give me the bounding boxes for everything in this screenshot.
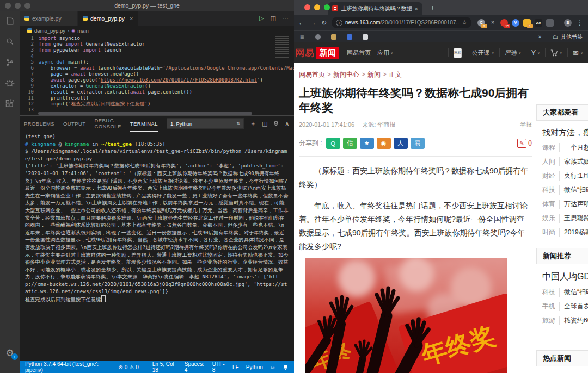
extension-icon[interactable]: C2 <box>477 19 485 27</box>
indentation-status[interactable]: Spaces: 4 <box>185 361 205 373</box>
minimize-window-button[interactable] <box>15 3 21 9</box>
editor-tab[interactable]: example.py <box>20 11 78 26</box>
sidebar-item-link[interactable]: 三个月想上名校 <box>559 143 588 152</box>
share-qq-icon[interactable]: Q <box>326 138 340 149</box>
nav-pay[interactable]: ¥∨ <box>526 48 545 57</box>
other-bookmarks-folder[interactable]: 🗀其他书签 <box>553 33 583 41</box>
bookmark-item[interactable] <box>363 34 371 40</box>
sidebar-item[interactable]: 人间家族式贩毒的命 <box>542 157 588 166</box>
feedback-smiley-icon[interactable]: ☺ <box>270 364 275 370</box>
share-weibo-icon[interactable]: ◉ <box>377 138 391 149</box>
chrome-window-controls[interactable] <box>304 4 330 10</box>
window-controls[interactable] <box>5 3 30 9</box>
problems-status[interactable]: ⊗ 0 ⚠ 0 <box>118 364 138 370</box>
close-window-button[interactable] <box>5 3 11 9</box>
netease-logo[interactable]: 网易 新闻 <box>294 47 339 59</box>
sidebar-item[interactable]: 手机全球首发865！ <box>542 302 588 311</box>
python-interpreter-status[interactable]: Python 3.7.4 64-bit ('test_gne': pipenv) <box>25 361 112 373</box>
panel-tab-problems[interactable]: PROBLEMS <box>24 116 54 131</box>
language-mode-status[interactable]: Python <box>246 361 263 373</box>
horizontal-scrollbar[interactable] <box>38 112 252 115</box>
minimap[interactable] <box>275 36 289 59</box>
extension-icon[interactable]: V <box>512 19 519 27</box>
close-tab-icon[interactable]: × <box>130 15 133 22</box>
kill-terminal-icon[interactable] <box>273 120 279 127</box>
bookmark-item[interactable]: ▦ <box>299 34 308 40</box>
sidebar-item[interactable]: 科技微信“扫码支付” <box>542 185 588 195</box>
sidebar-item[interactable]: 科技微信“扫码支付” <box>542 288 588 297</box>
sidebar-headline[interactable]: 中国人均GDP将迈 <box>542 271 588 283</box>
back-icon[interactable]: ← <box>298 19 305 27</box>
extension-icon[interactable] <box>546 19 554 27</box>
close-window-button[interactable] <box>304 4 310 10</box>
breadcrumb-link[interactable]: 新闻 <box>367 71 381 78</box>
forward-icon[interactable]: → <box>310 19 316 27</box>
new-tab-button[interactable]: ＋ <box>429 3 436 13</box>
extension-icon[interactable]: 15 <box>500 19 508 27</box>
chrome-menu-icon[interactable]: ⋮ <box>577 19 584 27</box>
bookmarks-overflow-icon[interactable]: » <box>538 34 541 40</box>
eol-status[interactable]: LF <box>232 361 239 373</box>
terminal[interactable]: (test_gne)# kingname @ kingname in ~/tes… <box>20 131 294 361</box>
source-control-icon[interactable] <box>4 57 16 69</box>
run-python-icon[interactable]: ▷ <box>259 15 264 22</box>
sidebar-item-link[interactable]: 耗资约60亿元的 <box>559 316 588 325</box>
bookmark-item[interactable] <box>347 34 355 40</box>
address-bar[interactable]: i news.163.com/20/0101/17/F1QS286R000187… <box>332 17 471 28</box>
extension-icon[interactable]: ✕ <box>489 19 497 27</box>
sidebar-item-link[interactable]: 央行:1月6日下调 <box>559 171 588 181</box>
panel-tab-debug-console[interactable]: DEBUG CONSOLE <box>94 116 121 131</box>
maximize-panel-icon[interactable]: ∧ <box>285 120 289 127</box>
bookmark-item[interactable] <box>315 34 323 40</box>
nav-mail[interactable]: ✉∨ <box>567 48 588 57</box>
split-editor-icon[interactable]: ◫ <box>271 15 276 22</box>
bookmark-star-icon[interactable]: ☆ <box>462 19 467 26</box>
minimize-window-button[interactable] <box>314 4 320 10</box>
sidebar-item[interactable]: 财经央行:1月6日下调 <box>542 171 588 181</box>
notifications-bell-icon[interactable] <box>283 364 289 370</box>
url-text[interactable]: news.163.com/20/0101/17/F1QS286R000187..… <box>345 20 459 26</box>
browser-tab[interactable]: 上班族你期待年终奖吗？数据称 × <box>328 2 422 15</box>
share-yixin-icon[interactable]: 易 <box>411 138 425 149</box>
explorer-icon[interactable] <box>4 15 16 27</box>
nav-cart[interactable]: ∨ <box>545 48 567 57</box>
extensions-icon[interactable] <box>4 98 16 110</box>
share-renren-icon[interactable]: 人 <box>394 138 408 149</box>
extension-icon[interactable]: 2.0 <box>535 19 542 27</box>
panel-tab-terminal[interactable]: TERMINAL <box>130 116 158 132</box>
sidebar-item-link[interactable]: 王思聪跨年现身 <box>559 214 588 223</box>
comment-widget[interactable]: ✎ 0 <box>517 139 532 148</box>
bookmark-item[interactable] <box>331 34 339 40</box>
sidebar-item-link[interactable]: 微信“扫码支付” <box>559 288 588 297</box>
extension-icon[interactable]: 1 <box>523 19 531 27</box>
search-icon[interactable] <box>4 36 16 48</box>
split-terminal-icon[interactable]: ◫ <box>262 120 267 127</box>
sidebar-item-link[interactable]: 家族式贩毒的命 <box>559 157 588 166</box>
sidebar-item[interactable]: 时尚2019杨幂靠少女 <box>542 228 588 237</box>
nav-mobile-app[interactable]: 网易 <box>448 48 467 57</box>
sidebar-item[interactable]: 旅游耗资约60亿元的 <box>542 316 588 325</box>
close-tab-icon[interactable]: × <box>415 5 418 12</box>
reload-icon[interactable]: ↻ <box>321 19 327 27</box>
nav-yanxuan[interactable]: 严选∨ <box>499 48 526 57</box>
settings-gear-icon[interactable]: ⚙1 <box>5 347 14 359</box>
breadcrumb-link[interactable]: 网易首页 <box>299 71 325 78</box>
sidebar-item-link[interactable]: 万达声明:不可能 <box>559 200 588 209</box>
cursor-position-status[interactable]: Ln 5, Col 18 <box>152 361 177 373</box>
share-qzone-icon[interactable]: ★ <box>360 138 374 149</box>
page-info-icon[interactable]: i <box>336 20 342 26</box>
profile-avatar[interactable]: S <box>564 19 572 27</box>
article-source[interactable]: 来源: 华商报 <box>362 121 395 129</box>
zoom-window-button[interactable] <box>24 3 30 9</box>
zoom-window-button[interactable] <box>324 4 330 10</box>
terminal-shell-select[interactable]: 1: Python⇅ <box>167 118 244 129</box>
new-terminal-icon[interactable]: ＋ <box>250 120 256 128</box>
sidebar-headline[interactable]: 找对方法，瘦身秘籍 <box>542 128 588 138</box>
editor-tab[interactable]: demo_pyp.py× <box>78 11 138 26</box>
sidebar-item-link[interactable]: 全球首发865！ <box>559 302 588 311</box>
encoding-status[interactable]: UTF-8 <box>212 361 225 373</box>
code-editor[interactable]: 1import asyncio2from gne import GeneralN… <box>20 35 294 115</box>
nav-home-link[interactable]: 网易首页 <box>347 49 371 57</box>
debug-icon[interactable] <box>4 77 16 89</box>
breadcrumb-link[interactable]: 新闻中心 <box>333 71 359 78</box>
